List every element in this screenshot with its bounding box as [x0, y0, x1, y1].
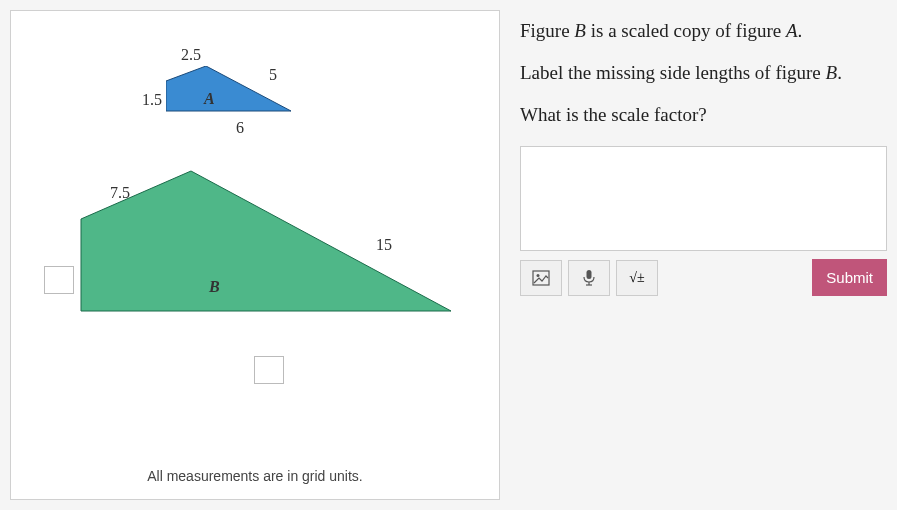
figB-side-topright: 15 [376, 236, 392, 254]
svg-marker-1 [81, 171, 451, 311]
question-line1: Figure B is a scaled copy of figure A. [520, 20, 887, 42]
text: . [798, 20, 803, 41]
figure-panel: 2.5 5 1.5 6 A 7.5 15 B All measurements … [10, 10, 500, 500]
var-B: B [826, 62, 838, 83]
text: is a scaled copy of figure [586, 20, 786, 41]
answer-input[interactable] [520, 146, 887, 251]
figB-input-left[interactable] [44, 266, 74, 294]
figure-area: 2.5 5 1.5 6 A 7.5 15 B [11, 11, 499, 431]
figA-side-topright: 5 [269, 66, 277, 84]
svg-rect-4 [587, 270, 592, 279]
mic-icon [582, 269, 596, 287]
footer-note: All measurements are in grid units. [11, 468, 499, 484]
figA-side-topleft: 2.5 [181, 46, 201, 64]
figB-input-bottom[interactable] [254, 356, 284, 384]
mic-button[interactable] [568, 260, 610, 296]
text: Label the missing side lengths of figure [520, 62, 826, 83]
svg-rect-2 [533, 271, 549, 285]
figA-label: A [204, 90, 215, 108]
figure-b-shape [71, 161, 471, 361]
image-button[interactable] [520, 260, 562, 296]
submit-button[interactable]: Submit [812, 259, 887, 296]
question-panel: Figure B is a scaled copy of figure A. L… [500, 0, 897, 510]
sqrt-button[interactable]: √± [616, 260, 658, 296]
figB-side-topleft: 7.5 [110, 184, 130, 202]
svg-point-3 [537, 274, 540, 277]
var-B: B [574, 20, 586, 41]
question-line2: Label the missing side lengths of figure… [520, 62, 887, 84]
figure-a-shape [166, 66, 306, 126]
var-A: A [786, 20, 798, 41]
figB-label: B [209, 278, 220, 296]
toolbar: √± Submit [520, 259, 887, 296]
question-line3: What is the scale factor? [520, 104, 887, 126]
image-icon [532, 270, 550, 286]
figA-side-left: 1.5 [142, 91, 162, 109]
sqrt-icon: √± [629, 270, 644, 286]
text: . [837, 62, 842, 83]
text: Figure [520, 20, 574, 41]
figA-side-bottom: 6 [236, 119, 244, 137]
